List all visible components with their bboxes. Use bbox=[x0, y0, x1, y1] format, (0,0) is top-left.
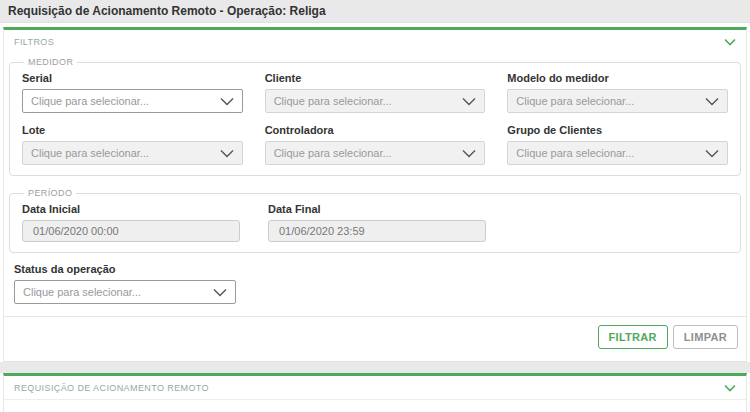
controladora-label: Controladora bbox=[265, 124, 486, 136]
serial-select-placeholder: Clique para selecionar... bbox=[31, 95, 149, 107]
field-serial: Serial Clique para selecionar... bbox=[22, 67, 243, 113]
filters-collapse-chevron-icon[interactable] bbox=[724, 38, 736, 46]
chevron-down-icon bbox=[462, 97, 476, 106]
chevron-down-icon bbox=[213, 288, 227, 297]
medidor-fieldset: MEDIDOR Serial Clique para selecionar...… bbox=[9, 57, 741, 176]
serial-select[interactable]: Clique para selecionar... bbox=[22, 89, 243, 113]
field-controladora: Controladora Clique para selecionar... bbox=[265, 119, 486, 165]
chevron-down-icon bbox=[220, 149, 234, 158]
controladora-select[interactable]: Clique para selecionar... bbox=[265, 141, 486, 165]
modelo-medidor-select[interactable]: Clique para selecionar... bbox=[507, 89, 728, 113]
field-data-final: Data Final 01/06/2020 23:59 bbox=[268, 198, 486, 242]
periodo-fieldset: PERÍODO Data Inicial 01/06/2020 00:00 Da… bbox=[9, 188, 741, 253]
panel-separator bbox=[0, 362, 750, 373]
data-inicial-label: Data Inicial bbox=[22, 203, 240, 215]
chevron-down-icon bbox=[705, 97, 719, 106]
grupo-clientes-select-placeholder: Clique para selecionar... bbox=[516, 147, 634, 159]
cliente-select[interactable]: Clique para selecionar... bbox=[265, 89, 486, 113]
periodo-legend: PERÍODO bbox=[24, 188, 76, 198]
filters-panel-title: FILTROS bbox=[14, 37, 54, 47]
title-bar: Requisição de Acionamento Remoto - Opera… bbox=[0, 0, 750, 23]
modelo-medidor-select-placeholder: Clique para selecionar... bbox=[516, 95, 634, 107]
lote-select[interactable]: Clique para selecionar... bbox=[22, 141, 243, 165]
status-operacao-select[interactable]: Clique para selecionar... bbox=[14, 280, 236, 304]
status-select-placeholder: Clique para selecionar... bbox=[23, 286, 141, 298]
empty-results-message: Nenhum registro a ser exibido bbox=[4, 400, 746, 412]
status-operacao-label: Status da operação bbox=[14, 263, 741, 275]
grupo-clientes-select[interactable]: Clique para selecionar... bbox=[507, 141, 728, 165]
chevron-down-icon bbox=[462, 149, 476, 158]
grupo-clientes-label: Grupo de Clientes bbox=[507, 124, 728, 136]
cliente-select-placeholder: Clique para selecionar... bbox=[274, 95, 392, 107]
serial-label: Serial bbox=[22, 72, 243, 84]
lote-select-placeholder: Clique para selecionar... bbox=[31, 147, 149, 159]
chevron-down-icon bbox=[220, 97, 234, 106]
data-final-label: Data Final bbox=[268, 203, 486, 215]
medidor-legend: MEDIDOR bbox=[24, 57, 77, 67]
cliente-label: Cliente bbox=[265, 72, 486, 84]
controladora-select-placeholder: Clique para selecionar... bbox=[274, 147, 392, 159]
page-title: Requisição de Acionamento Remoto - Opera… bbox=[8, 4, 326, 18]
results-panel: REQUISIÇÃO DE ACIONAMENTO REMOTO Nenhum … bbox=[3, 373, 747, 412]
chevron-down-icon bbox=[705, 149, 719, 158]
field-cliente: Cliente Clique para selecionar... bbox=[265, 67, 486, 113]
modelo-medidor-label: Modelo do medidor bbox=[507, 72, 728, 84]
filters-panel-body: MEDIDOR Serial Clique para selecionar...… bbox=[4, 57, 746, 304]
field-grupo-clientes: Grupo de Clientes Clique para selecionar… bbox=[507, 119, 728, 165]
filters-panel-header: FILTROS bbox=[4, 30, 746, 53]
filters-panel: FILTROS MEDIDOR Serial Clique para selec… bbox=[3, 27, 747, 362]
filters-panel-footer: FILTRAR LIMPAR bbox=[4, 316, 746, 361]
results-collapse-chevron-icon[interactable] bbox=[724, 384, 736, 392]
filtrar-button[interactable]: FILTRAR bbox=[598, 325, 668, 349]
results-panel-title: REQUISIÇÃO DE ACIONAMENTO REMOTO bbox=[14, 383, 209, 393]
data-final-input[interactable]: 01/06/2020 23:59 bbox=[268, 220, 486, 242]
field-lote: Lote Clique para selecionar... bbox=[22, 119, 243, 165]
field-status-operacao: Status da operação Clique para seleciona… bbox=[14, 263, 741, 304]
field-modelo-medidor: Modelo do medidor Clique para selecionar… bbox=[507, 67, 728, 113]
limpar-button[interactable]: LIMPAR bbox=[673, 325, 738, 349]
data-inicial-input[interactable]: 01/06/2020 00:00 bbox=[22, 220, 240, 242]
lote-label: Lote bbox=[22, 124, 243, 136]
field-data-inicial: Data Inicial 01/06/2020 00:00 bbox=[22, 198, 240, 242]
results-panel-header: REQUISIÇÃO DE ACIONAMENTO REMOTO bbox=[4, 376, 746, 399]
